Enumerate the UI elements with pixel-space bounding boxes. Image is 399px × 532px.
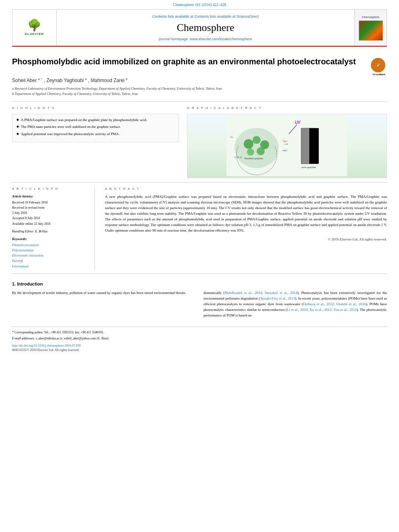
history-title: Article history: bbox=[12, 194, 84, 199]
svg-point-7 bbox=[247, 148, 254, 156]
elsevier-logo: 🌳 ELSEVIER bbox=[12, 10, 57, 46]
graphical-abstract-header: G R A P H I C A L A B S T R A C T bbox=[187, 106, 387, 111]
highlights-graphical-row: H I G H L I G H T S ◆ A PMA/Graphite sur… bbox=[12, 106, 387, 178]
bullet-2: ◆ bbox=[16, 124, 19, 129]
keyword-5: Environment bbox=[12, 264, 84, 269]
ref-li[interactable]: Li et al., 2010; Xu et al., 2012; You et… bbox=[287, 308, 357, 312]
graphical-abstract-svg: UV Modified graphite bbox=[226, 116, 347, 176]
affiliation-a: a Research Laboratory of Environment Pro… bbox=[12, 86, 387, 91]
journal-citation: Chemosphere 161 (2016) 422–428 bbox=[0, 0, 399, 9]
ref-dolbecq[interactable]: Dolbecq et al., 2012; Ghalebi et al., 20… bbox=[303, 302, 366, 306]
footnote-2: E-mail addresses: s_aber@tabrizu.ac.ir, … bbox=[12, 336, 387, 341]
keywords-title: Keywords: bbox=[12, 237, 84, 242]
page: Chemosphere 161 (2016) 422–428 🌳 ELSEVIE… bbox=[0, 0, 399, 532]
footnote-1: * Corresponding author. Tel.: +98 411 33… bbox=[12, 330, 387, 335]
svg-text:h⁺(0.4): h⁺(0.4) bbox=[234, 156, 242, 158]
svg-rect-12 bbox=[301, 128, 309, 164]
svg-text:Dye⁺: Dye⁺ bbox=[283, 140, 288, 142]
crossmark-label: CrossMark bbox=[371, 73, 387, 76]
highlight-1: ◆ A PMA/Graphite surface was prepared on… bbox=[16, 117, 175, 123]
cover-image bbox=[359, 21, 383, 41]
journal-title-area: Contents lists available at Contents lis… bbox=[57, 10, 354, 46]
introduction-body: By the development of textile industry, … bbox=[12, 290, 387, 318]
citation-text: Chemosphere 161 (2016) 422–428 bbox=[173, 3, 226, 7]
footer-copyright: 0045-6535/© 2016 Elsevier Ltd. All right… bbox=[12, 348, 387, 352]
introduction-section: 1. Introduction By the development of te… bbox=[12, 281, 387, 318]
highlights-header: H I G H L I G H T S bbox=[12, 106, 179, 111]
section-divider-3 bbox=[12, 273, 387, 274]
keywords-section: Keywords: Photoelectrocatalyst Polyoxome… bbox=[12, 237, 84, 269]
highlights-section: H I G H L I G H T S ◆ A PMA/Graphite sur… bbox=[12, 106, 179, 178]
history-online: Available online 22 July 2016 bbox=[12, 222, 84, 226]
homepage-url[interactable]: www.elsevier.com/locate/chemosphere bbox=[190, 37, 252, 41]
homepage-label: journal homepage: bbox=[159, 37, 189, 41]
svg-point-4 bbox=[244, 139, 253, 149]
article-title-text: Phosphomolybdic acid immobilized on grap… bbox=[12, 56, 371, 67]
article-content: Phosphomolybdic acid immobilized on grap… bbox=[0, 47, 399, 356]
abstract-column: A B S T R A C T A new phosphomolybdic ac… bbox=[105, 187, 387, 269]
journal-homepage: journal homepage: www.elsevier.com/locat… bbox=[159, 37, 252, 42]
svg-text:H₂O: H₂O bbox=[283, 149, 287, 152]
intro-col-left: By the development of textile industry, … bbox=[12, 290, 195, 318]
graphical-abstract-image: UV Modified graphite bbox=[187, 114, 387, 178]
intro-text-left: By the development of textile industry, … bbox=[12, 291, 185, 295]
history-revised-label: Received in revised form bbox=[12, 205, 84, 210]
elsevier-wordmark: ELSEVIER bbox=[25, 32, 44, 36]
history-revised-date: 5 July 2016 bbox=[12, 211, 84, 215]
abstract-copyright: © 2016 Elsevier Ltd. All rights reserved… bbox=[105, 237, 387, 242]
highlight-3: ◆ Applied potential was improved the pho… bbox=[16, 131, 175, 137]
keyword-3: Electrostatic interaction bbox=[12, 253, 84, 258]
svg-point-3 bbox=[234, 128, 279, 168]
keyword-2: Polyoxometalate bbox=[12, 248, 84, 253]
affiliations: a Research Laboratory of Environment Pro… bbox=[12, 86, 387, 97]
history-accepted: Accepted 8 July 2016 bbox=[12, 216, 84, 220]
article-history: Article history: Received 16 February 20… bbox=[12, 194, 84, 226]
graphical-abstract-section: G R A P H I C A L A B S T R A C T UV bbox=[187, 106, 387, 178]
article-info-abstract-row: A R T I C L E I N F O Article history: R… bbox=[12, 187, 387, 269]
sd-prefix: Contents lists available at bbox=[152, 14, 195, 18]
highlight-3-text: Applied potential was improved the photo… bbox=[21, 131, 119, 137]
author-sep2: , Mahmoud Zarei bbox=[88, 78, 126, 83]
cover-label: Chemosphere bbox=[362, 15, 380, 19]
bullet-1: ◆ bbox=[16, 117, 19, 122]
crossmark-logo[interactable]: ✓ CrossMark bbox=[371, 58, 387, 74]
intro-text-right: dramatically (Mahdizadeh et al., 2014; S… bbox=[204, 291, 387, 317]
highlight-2: ◆ The PMA nano particles were well stabi… bbox=[16, 124, 175, 129]
svg-text:hv: hv bbox=[230, 136, 233, 138]
bullet-3: ◆ bbox=[16, 131, 19, 136]
svg-text:bare graphite: bare graphite bbox=[302, 166, 316, 168]
affiliation-b: b Department of Applied Chemistry, Facul… bbox=[12, 91, 387, 97]
section-divider-1 bbox=[12, 101, 387, 102]
author-soheil: Soheil Aber bbox=[12, 78, 38, 83]
keyword-4: Dyestuff bbox=[12, 259, 84, 263]
doi-url[interactable]: http://dx.doi.org/10.1016/j.chemosphere.… bbox=[12, 344, 81, 347]
abstract-header: A B S T R A C T bbox=[105, 187, 387, 191]
science-direct-link[interactable]: Contents lists available at Contents lis… bbox=[152, 14, 259, 19]
highlight-1-text: A PMA/Graphite surface was prepared on t… bbox=[21, 117, 147, 123]
journal-title: Chemosphere bbox=[177, 21, 234, 35]
handling-editor: Handling Editor: E. Brillas bbox=[12, 229, 84, 234]
highlight-2-text: The PMA nano particles were well stabili… bbox=[21, 124, 121, 129]
article-info-column: A R T I C L E I N F O Article history: R… bbox=[12, 187, 84, 269]
svg-text:UV: UV bbox=[295, 120, 301, 125]
sd-link[interactable]: Contents lists available at ScienceDirec… bbox=[194, 14, 259, 18]
keyword-1: Photoelectrocatalyst bbox=[12, 243, 84, 247]
journal-cover-thumbnail: Chemosphere bbox=[354, 10, 387, 46]
footer-doi[interactable]: http://dx.doi.org/10.1016/j.chemosphere.… bbox=[12, 343, 387, 348]
history-received: Received 16 February 2016 bbox=[12, 200, 84, 205]
introduction-header: 1. Introduction bbox=[12, 281, 387, 287]
svg-text:Modified graphite: Modified graphite bbox=[245, 157, 263, 160]
journal-header: 🌳 ELSEVIER Contents lists available at C… bbox=[12, 9, 387, 47]
elsevier-tree-icon: 🌳 bbox=[27, 20, 41, 31]
page-footer: * Corresponding author. Tel.: +98 411 33… bbox=[12, 327, 387, 352]
intro-col-right: dramatically (Mahdizadeh et al., 2014; S… bbox=[204, 290, 387, 318]
crossmark-icon: ✓ bbox=[371, 58, 385, 72]
authors-line: Soheil Aber a, * , Zeynab Yaghoubi a , M… bbox=[12, 77, 387, 84]
vertical-divider bbox=[95, 187, 95, 269]
highlights-box: ◆ A PMA/Graphite surface was prepared on… bbox=[12, 114, 179, 142]
article-title-row: Phosphomolybdic acid immobilized on grap… bbox=[12, 56, 387, 74]
ref-ayoubi[interactable]: Ayoubi-Feiz et al., 2015 bbox=[260, 296, 295, 300]
section-divider-2 bbox=[12, 182, 387, 183]
ref-mahdizadeh[interactable]: Mahdizadeh et al., 2014; Sheydaei et al.… bbox=[224, 291, 297, 295]
article-info-header: A R T I C L E I N F O bbox=[12, 187, 84, 191]
